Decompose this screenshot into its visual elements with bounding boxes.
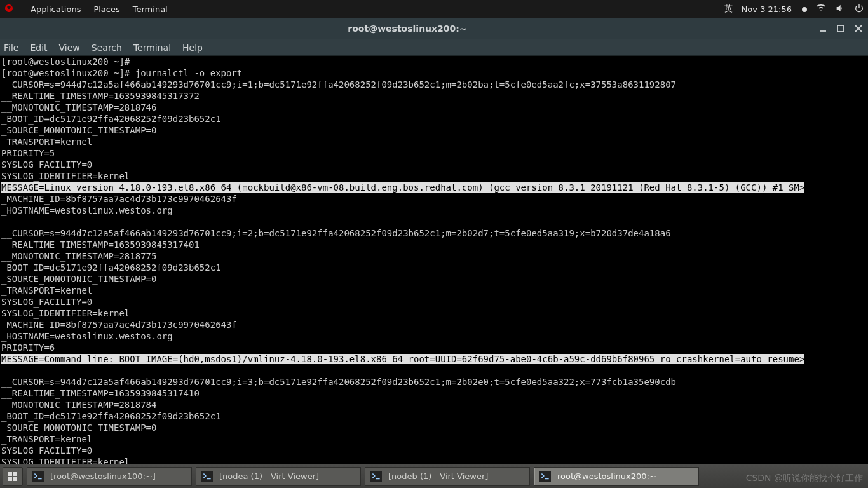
top-panel-left: Applications Places Terminal [4,3,168,15]
svg-rect-10 [370,471,382,482]
gnome-top-panel: Applications Places Terminal 英 Nov 3 21:… [0,0,868,18]
svg-rect-6 [8,477,12,481]
terminal-app-icon [539,471,551,482]
terminal-line: SYSLOG_FACILITY=0 [1,159,867,170]
terminal-line: __CURSOR=s=944d7c12a5af466ab149293d76701… [1,79,867,90]
terminal-line: _SOURCE_MONOTONIC_TIMESTAMP=0 [1,422,867,433]
terminal-line: __REALTIME_TIMESTAMP=1635939845317410 [1,388,867,399]
clock[interactable]: Nov 3 21:56 [742,4,792,14]
terminal-line: SYSLOG_IDENTIFIER=kernel [1,308,867,319]
volume-icon[interactable] [835,3,845,15]
taskbar-window-label: [root@westoslinux100:~] [50,471,156,481]
terminal-line: _BOOT_ID=dc5171e92ffa42068252f09d23b652c… [1,410,867,422]
terminal-line: __MONOTONIC_TIMESTAMP=2818746 [1,102,867,113]
applications-menu[interactable]: Applications [31,4,81,14]
terminal-line: MESSAGE=Command line: BOOT_IMAGE=(hd0,ms… [1,353,867,365]
close-button[interactable] [854,24,863,33]
taskbar-window-label: [nodeb (1) - Virt Viewer] [388,471,488,481]
terminal-line: _BOOT_ID=dc5171e92ffa42068252f09d23b652c… [1,262,867,273]
maximize-button[interactable] [836,24,845,33]
terminal-window: root@westoslinux200:~ File Edit View Sea… [0,18,868,464]
menu-edit[interactable]: Edit [30,43,47,53]
menu-search[interactable]: Search [92,43,122,53]
taskbar-window-button[interactable]: [nodea (1) - Virt Viewer] [196,467,361,486]
terminal-line: __REALTIME_TIMESTAMP=1635939845317401 [1,239,867,250]
terminal-app-icon [201,471,213,482]
terminal-line: _TRANSPORT=kernel [1,433,867,445]
terminal-line: _HOSTNAME=westoslinux.westos.org [1,330,867,342]
terminal-line: _MACHINE_ID=8bf8757aa7ac4d73b173c9970462… [1,319,867,330]
menu-view[interactable]: View [59,43,80,53]
terminal-line: SYSLOG_FACILITY=0 [1,445,867,456]
window-list-toggle-button[interactable] [3,467,23,486]
power-icon[interactable] [854,3,864,15]
terminal-output[interactable]: [root@westoslinux200 ~]#[root@westoslinu… [0,56,868,464]
terminal-line: [root@westoslinux200 ~]# journalctl -o e… [1,67,867,79]
svg-rect-1 [837,25,844,32]
terminal-menu[interactable]: Terminal [133,4,168,14]
terminal-line: _MACHINE_ID=8bf8757aa7ac4d73b173c9970462… [1,193,867,205]
menu-file[interactable]: File [4,43,18,53]
terminal-line: __CURSOR=s=944d7c12a5af466ab149293d76701… [1,376,867,388]
svg-rect-4 [8,472,12,476]
terminal-line: SYSLOG_IDENTIFIER=kernel [1,170,867,182]
terminal-line [1,365,867,376]
terminal-line: _SOURCE_MONOTONIC_TIMESTAMP=0 [1,125,867,136]
menu-terminal[interactable]: Terminal [133,43,171,53]
svg-rect-9 [201,471,213,482]
wifi-icon[interactable] [816,3,826,15]
places-menu[interactable]: Places [93,4,119,14]
terminal-menubar: File Edit View Search Terminal Help [0,39,868,56]
terminal-app-icon [370,471,382,482]
terminal-line: PRIORITY=6 [1,342,867,353]
taskbar-window-button[interactable]: [nodeb (1) - Virt Viewer] [365,467,530,486]
menu-help[interactable]: Help [182,43,203,53]
terminal-app-icon [32,471,44,482]
terminal-line: __REALTIME_TIMESTAMP=1635939845317372 [1,90,867,102]
terminal-line: MESSAGE=Linux version 4.18.0-193.el8.x86… [1,182,867,193]
terminal-line: PRIORITY=5 [1,147,867,159]
input-method-indicator[interactable]: 英 [724,3,733,15]
terminal-line: _TRANSPORT=kernel [1,285,867,296]
taskbar-window-label: root@westoslinux200:~ [557,471,656,481]
terminal-line: _HOSTNAME=westoslinux.westos.org [1,205,867,216]
clock-dot-icon [801,4,807,14]
terminal-line: _SOURCE_MONOTONIC_TIMESTAMP=0 [1,273,867,285]
terminal-line: __MONOTONIC_TIMESTAMP=2818775 [1,250,867,262]
svg-rect-5 [13,472,17,476]
taskbar-window-label: [nodea (1) - Virt Viewer] [219,471,319,481]
bottom-task-panel: [root@westoslinux100:~][nodea (1) - Virt… [0,464,868,488]
terminal-line [1,216,867,227]
terminal-line: SYSLOG_IDENTIFIER=kernel [1,456,867,464]
terminal-line: [root@westoslinux200 ~]# [1,56,867,67]
taskbar-window-button[interactable]: root@westoslinux200:~ [534,467,699,486]
svg-rect-11 [539,471,551,482]
terminal-line: SYSLOG_FACILITY=0 [1,296,867,308]
svg-rect-8 [32,471,44,482]
top-panel-right: 英 Nov 3 21:56 [724,3,864,15]
terminal-line: _TRANSPORT=kernel [1,136,867,147]
window-titlebar: root@westoslinux200:~ [0,18,868,39]
window-title: root@westoslinux200:~ [5,24,810,34]
redhat-logo-icon [4,3,18,15]
terminal-line: __CURSOR=s=944d7c12a5af466ab149293d76701… [1,227,867,239]
terminal-line: __MONOTONIC_TIMESTAMP=2818784 [1,399,867,410]
taskbar-window-button[interactable]: [root@westoslinux100:~] [27,467,192,486]
terminal-line: _BOOT_ID=dc5171e92ffa42068252f09d23b652c… [1,113,867,125]
minimize-button[interactable] [818,24,827,33]
svg-rect-7 [13,477,17,481]
